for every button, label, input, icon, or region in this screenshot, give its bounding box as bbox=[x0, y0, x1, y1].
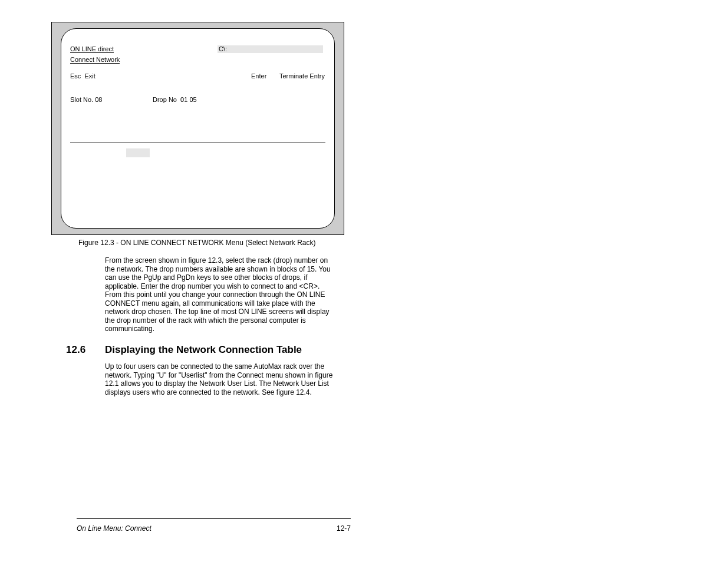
page-number: 12-7 bbox=[337, 524, 351, 533]
body-paragraph-2: Up to four users can be connected to the… bbox=[105, 362, 335, 396]
esc-key: Esc bbox=[70, 72, 81, 80]
cursor-box bbox=[126, 148, 150, 157]
online-status: ON LINE direct bbox=[70, 45, 114, 53]
slot-label: Slot No. bbox=[70, 96, 93, 103]
footer-title: On Line Menu: Connect bbox=[77, 524, 151, 533]
menu-title: Connect Network bbox=[70, 56, 120, 64]
terminate-label: Terminate Entry bbox=[279, 72, 325, 80]
figure-caption: Figure 12.3 - ON LINE CONNECT NETWORK Me… bbox=[78, 239, 316, 247]
slot-value: 08 bbox=[95, 96, 102, 103]
divider-line bbox=[70, 143, 325, 143]
terminal-screen-inner: ON LINE direct C\: Connect Network Esc E… bbox=[61, 28, 335, 229]
exit-label: Exit bbox=[84, 72, 95, 80]
body-paragraph-1: From the screen shown in figure 12.3, se… bbox=[105, 256, 335, 333]
drop-values: 01 05 bbox=[180, 96, 197, 103]
section-heading: Displaying the Network Connection Table bbox=[105, 344, 302, 356]
path-display: C\: bbox=[218, 45, 323, 53]
footer-rule bbox=[77, 518, 351, 519]
enter-key: Enter bbox=[251, 72, 266, 80]
drop-label: Drop No bbox=[153, 96, 177, 103]
section-number: 12.6 bbox=[66, 344, 85, 356]
terminal-screen-figure: ON LINE direct C\: Connect Network Esc E… bbox=[51, 22, 344, 235]
